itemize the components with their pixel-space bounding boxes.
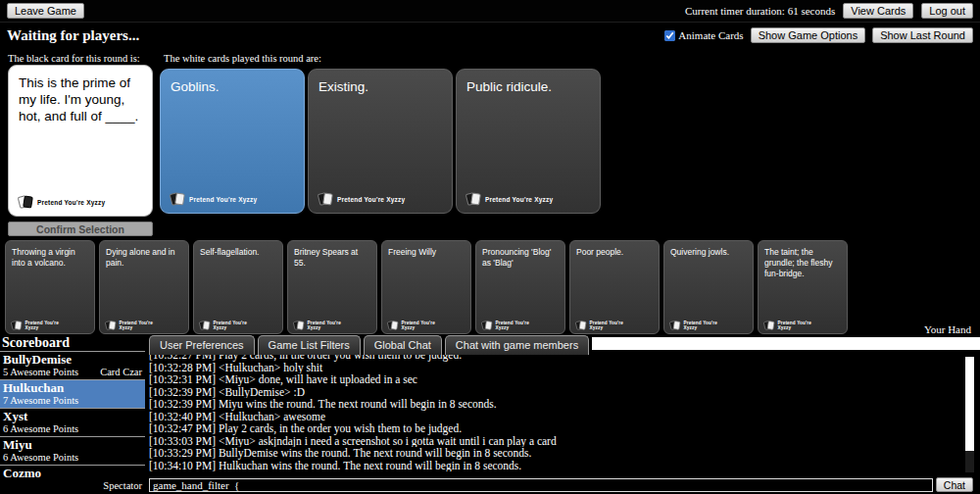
chat-message: [10:32:47 PM] Play 2 cards, in the order… xyxy=(149,422,980,435)
hand-card-text: Freeing Willy xyxy=(388,247,465,258)
chat-send-button[interactable]: Chat xyxy=(936,477,973,492)
chat-tab[interactable]: Game List Filters xyxy=(258,335,361,355)
card-branding: Pretend You're Xyzzy xyxy=(669,321,729,330)
log-out-button[interactable]: Log out xyxy=(921,3,973,19)
chat-scrollbar[interactable] xyxy=(965,357,974,472)
card-logo-icon xyxy=(387,321,399,330)
player-name: Xyst xyxy=(3,410,142,423)
pyx-game-page: { "brand": "Pretend You're Xyzzy", "topb… xyxy=(0,0,980,494)
played-card-text: Existing. xyxy=(318,79,442,96)
card-branding: Pretend You're Xyzzy xyxy=(18,195,105,209)
chat-input[interactable] xyxy=(149,478,933,492)
card-logo-icon xyxy=(199,321,211,330)
scoreboard-player-row: Xyst 6 Awesome Points xyxy=(0,408,145,436)
card-brand-text: Pretend You're Xyzzy xyxy=(307,321,353,330)
hand-card[interactable]: The taint; the grundle; the fleshy fun-b… xyxy=(758,240,848,334)
scoreboard-player-row: Miyu 6 Awesome Points xyxy=(0,436,145,465)
game-status-message: Waiting for players... xyxy=(7,27,139,44)
card-brand-text: Pretend You're Xyzzy xyxy=(24,321,71,330)
top-bar: Leave Game Current timer duration: 61 se… xyxy=(0,0,980,23)
animate-cards-label: Animate Cards xyxy=(678,29,743,41)
player-detail-line: 7 Awesome Points xyxy=(3,395,142,407)
chat-tab[interactable]: Chat with game members xyxy=(445,335,589,355)
card-brand-text: Pretend You're Xyzzy xyxy=(777,321,823,330)
card-brand-text: Pretend You're Xyzzy xyxy=(37,199,105,206)
black-card-text: This is the prime of my life. I'm young,… xyxy=(19,75,142,125)
hand-card[interactable]: Freeing Willy Pretend You're Xyzzy xyxy=(381,240,471,334)
player-points: 5 Awesome Points xyxy=(3,367,78,378)
chat-tab[interactable]: Global Chat xyxy=(364,335,442,355)
player-detail-line: 6 Awesome Points xyxy=(3,452,142,464)
hand-card[interactable]: Britney Spears at 55. Pretend You're Xyz… xyxy=(287,240,377,334)
show-last-round-button[interactable]: Show Last Round xyxy=(872,27,973,43)
player-points: 6 Awesome Points xyxy=(3,452,78,464)
chat-message: [10:32:39 PM] <BullyDemise> :D xyxy=(149,386,980,399)
chat-input-row: Chat xyxy=(149,477,973,492)
player-detail-line: 5 Awesome Points Card Czar xyxy=(3,367,142,378)
card-brand-text: Pretend You're Xyzzy xyxy=(485,196,553,203)
hand-card-text: Pronouncing 'Blog' as 'Blag' xyxy=(482,247,559,269)
card-branding: Pretend You're Xyzzy xyxy=(575,321,635,330)
player-points: 6 Awesome Points xyxy=(3,423,78,435)
player-name: BullyDemise xyxy=(3,353,142,367)
card-logo-icon xyxy=(466,192,481,206)
hand-card[interactable]: Pronouncing 'Blog' as 'Blag' Pretend You… xyxy=(475,240,565,334)
scoreboard-player-row: Cozmo Spectator xyxy=(0,465,145,493)
chat-scrollbar-thumb[interactable] xyxy=(965,357,974,451)
animate-cards-option[interactable]: Animate Cards xyxy=(664,29,743,41)
player-name: Hulkuchan xyxy=(3,381,142,395)
chat-tabs: User PreferencesGame List FiltersGlobal … xyxy=(149,335,589,355)
card-branding: Pretend You're Xyzzy xyxy=(387,321,447,330)
card-brand-text: Pretend You're Xyzzy xyxy=(189,196,257,203)
scoreboard-player-row: BullyDemise 5 Awesome Points Card Czar xyxy=(0,351,145,379)
chat-messages: [10:32:27 PM] Play 2 cards, in the order… xyxy=(149,355,980,471)
hand-cards-row: Throwing a virgin into a volcano. Preten… xyxy=(5,240,848,334)
hand-card[interactable]: Dying alone and in pain. Pretend You're … xyxy=(99,240,189,334)
chat-tab-bar: User PreferencesGame List FiltersGlobal … xyxy=(147,335,980,355)
card-logo-icon xyxy=(669,321,681,330)
chat-tab[interactable]: User Preferences xyxy=(149,335,255,355)
chat-message: [10:32:31 PM] <Miyu> done, will have it … xyxy=(149,373,980,386)
card-brand-text: Pretend You're Xyzzy xyxy=(119,321,165,330)
card-branding: Pretend You're Xyzzy xyxy=(199,321,259,330)
card-logo-icon xyxy=(481,321,493,330)
chat-message: [10:33:29 PM] BullyDemise wins the round… xyxy=(149,447,980,460)
hand-card[interactable]: Quivering jowls. Pretend You're Xyzzy xyxy=(663,240,754,334)
card-logo-icon xyxy=(11,321,23,330)
black-card: This is the prime of my life. I'm young,… xyxy=(8,65,153,217)
show-game-options-button[interactable]: Show Game Options xyxy=(751,27,866,43)
scoreboard-player-row: Hulkuchan 7 Awesome Points xyxy=(0,379,145,408)
scoreboard-rows: BullyDemise 5 Awesome Points Card Czar H… xyxy=(0,351,145,493)
confirm-selection-button[interactable]: Confirm Selection xyxy=(8,222,153,236)
card-logo-icon xyxy=(318,192,333,206)
card-branding: Pretend You're Xyzzy xyxy=(293,321,353,330)
hand-card[interactable]: Self-flagellation. Pretend You're Xyzzy xyxy=(193,240,283,334)
hand-card[interactable]: Throwing a virgin into a volcano. Preten… xyxy=(5,240,95,334)
tab-bar-filler xyxy=(592,337,980,350)
chat-message: [10:32:28 PM] <Hulkuchan> holy shit xyxy=(149,362,980,374)
hand-card[interactable]: Poor people. Pretend You're Xyzzy xyxy=(569,240,660,334)
leave-game-button[interactable]: Leave Game xyxy=(7,3,84,19)
card-brand-text: Pretend You're Xyzzy xyxy=(495,321,541,330)
player-name: Miyu xyxy=(3,438,142,452)
player-points: 7 Awesome Points xyxy=(3,395,78,407)
card-logo-icon xyxy=(575,321,587,330)
played-card[interactable]: Existing. Pretend You're Xyzzy xyxy=(308,69,453,214)
timer-duration-label: Current timer duration: 61 seconds xyxy=(685,5,835,17)
player-role: Card Czar xyxy=(100,367,142,378)
card-logo-icon xyxy=(105,321,117,330)
player-detail-line: Spectator xyxy=(3,480,142,492)
hand-card-text: Throwing a virgin into a volcano. xyxy=(12,247,88,269)
hand-card-text: Dying alone and in pain. xyxy=(106,247,182,269)
played-card[interactable]: Goblins. Pretend You're Xyzzy xyxy=(160,69,305,214)
played-card[interactable]: Public ridicule. Pretend You're Xyzzy xyxy=(456,69,601,214)
view-cards-button[interactable]: View Cards xyxy=(843,3,913,19)
chat-log[interactable]: [10:32:27 PM] Play 2 cards, in the order… xyxy=(149,355,980,478)
card-logo-icon xyxy=(170,192,185,206)
hand-card-text: Poor people. xyxy=(576,247,653,258)
card-logo-icon xyxy=(18,195,33,209)
player-role: Spectator xyxy=(103,480,142,492)
hand-card-text: The taint; the grundle; the fleshy fun-b… xyxy=(764,247,841,279)
hand-card-text: Self-flagellation. xyxy=(200,247,276,258)
animate-cards-checkbox[interactable] xyxy=(664,30,675,41)
